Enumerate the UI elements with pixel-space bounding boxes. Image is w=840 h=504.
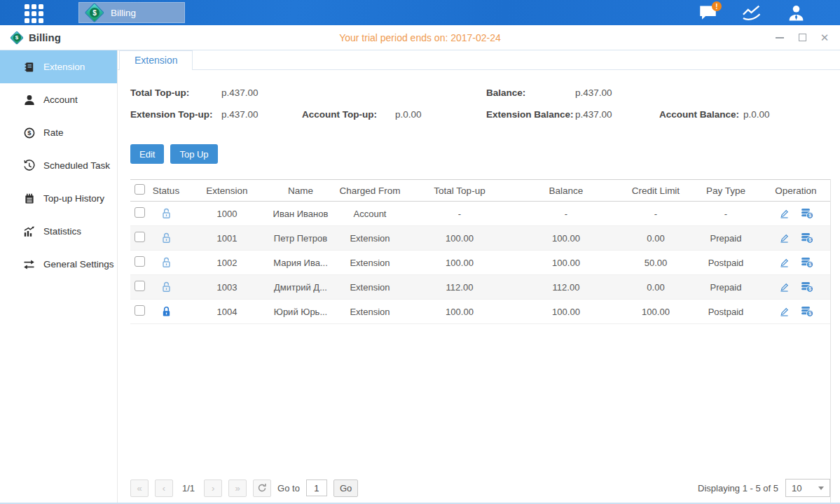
unlocked-icon	[147, 256, 185, 269]
cell-charged-from: Extension	[332, 307, 408, 317]
unlocked-icon	[147, 232, 185, 244]
taskbar-billing[interactable]: $ Billing	[78, 2, 185, 23]
sidebar-item-label: Extension	[43, 62, 85, 72]
minimize-button[interactable]	[774, 32, 785, 43]
billing-window-icon: $	[10, 31, 24, 45]
cell-total-topup: -	[408, 209, 511, 219]
refresh-button[interactable]	[253, 479, 271, 497]
topup-button[interactable]: Top Up	[170, 144, 217, 164]
next-page-button[interactable]: ›	[204, 479, 222, 497]
balance-label: Balance:	[486, 88, 575, 98]
cell-credit-limit: -	[621, 209, 691, 219]
cell-credit-limit: 0.00	[621, 282, 691, 293]
monitor-button[interactable]	[741, 3, 762, 22]
operation-cell: $	[761, 232, 831, 244]
operation-cell: $	[761, 306, 831, 317]
goto-page-input[interactable]	[306, 479, 327, 496]
cell-balance: 100.00	[511, 307, 621, 317]
close-button[interactable]: ✕	[819, 32, 830, 43]
cell-pay-type: Postpaid	[691, 258, 761, 268]
edit-button[interactable]: Edit	[130, 144, 164, 164]
sidebar-item-label: General Settings	[43, 259, 114, 270]
titlebar: $ Billing Your trial period ends on: 201…	[0, 25, 840, 50]
tab-extension-label: Extension	[135, 55, 177, 66]
sidebar-item-account[interactable]: Account	[0, 83, 117, 116]
notification-badge: !	[712, 1, 722, 11]
cell-balance: -	[511, 209, 621, 219]
topup-row-icon[interactable]: $	[801, 208, 813, 219]
cell-extension: 1003	[185, 282, 269, 293]
messages-button[interactable]: !	[697, 3, 718, 22]
edit-row-icon[interactable]	[779, 258, 790, 268]
extension-balance-value: p.437.00	[575, 109, 659, 120]
table-body: 1000Иван ИвановAccount----$1001Петр Петр…	[130, 202, 830, 324]
page-size-select[interactable]: 10	[785, 479, 830, 497]
sidebar-item-topup-history[interactable]: Top-up History	[0, 182, 117, 215]
cell-total-topup: 100.00	[408, 307, 511, 317]
edit-row-icon[interactable]	[779, 209, 790, 219]
maximize-button[interactable]	[797, 32, 808, 43]
app-grid-icon[interactable]	[25, 4, 48, 21]
prev-page-button[interactable]: ‹	[155, 479, 173, 497]
table-header: StatusExtensionNameCharged FromTotal Top…	[130, 179, 830, 202]
edit-row-icon[interactable]	[779, 307, 790, 317]
action-buttons: Edit Top Up	[130, 144, 831, 164]
billing-app-icon: $	[85, 3, 104, 22]
cell-name: Мария Ива...	[269, 258, 332, 268]
select-all-checkbox[interactable]	[135, 184, 145, 195]
cell-charged-from: Extension	[332, 282, 408, 293]
row-checkbox[interactable]	[135, 256, 145, 267]
account-icon	[23, 94, 35, 106]
edit-row-icon[interactable]	[779, 233, 790, 244]
first-page-button[interactable]: «	[130, 479, 149, 497]
topup-history-icon	[23, 192, 35, 204]
go-button[interactable]: Go	[333, 479, 358, 497]
cell-balance: 100.00	[511, 258, 621, 268]
tab-extension[interactable]: Extension	[119, 50, 193, 70]
row-checkbox[interactable]	[135, 305, 145, 316]
topup-row-icon[interactable]: $	[801, 281, 813, 293]
topup-row-icon[interactable]: $	[801, 306, 813, 317]
cell-total-topup: 100.00	[408, 258, 511, 268]
main-content: Total Top-up: p.437.00 Extension Top-up:…	[118, 70, 840, 503]
topup-row-icon[interactable]: $	[801, 232, 813, 244]
column-header: Extension	[185, 186, 269, 196]
goto-label: Go to	[277, 483, 300, 493]
row-checkbox[interactable]	[135, 281, 145, 291]
sidebar-item-extension[interactable]: Extension	[0, 50, 117, 83]
row-checkbox[interactable]	[135, 207, 145, 218]
user-button[interactable]	[785, 3, 806, 22]
last-page-button[interactable]: »	[228, 479, 247, 497]
sidebar-item-label: Scheduled Task	[43, 160, 110, 171]
chevron-down-icon	[818, 486, 824, 490]
cell-credit-limit: 0.00	[621, 233, 691, 244]
column-header: Charged From	[332, 186, 408, 196]
sidebar-item-general-settings[interactable]: General Settings	[0, 248, 117, 281]
row-checkbox[interactable]	[135, 232, 145, 242]
cell-pay-type: Prepaid	[691, 233, 761, 244]
displaying-text: Displaying 1 - 5 of 5	[698, 483, 778, 493]
topup-row-icon[interactable]: $	[801, 257, 813, 268]
person-icon	[787, 5, 805, 21]
general-settings-icon	[23, 258, 35, 270]
summary-right: Balance: p.437.00 Extension Balance: p.4…	[486, 82, 831, 125]
extension-icon	[23, 61, 35, 73]
page-indicator: 1/1	[179, 483, 198, 493]
sidebar-item-rate[interactable]: $ Rate	[0, 116, 117, 149]
sidebar-item-label: Statistics	[43, 226, 81, 237]
main-panel: Extension Total Top-up: p.437.00 Extensi…	[118, 50, 840, 503]
edit-row-icon[interactable]	[779, 282, 790, 293]
trial-notice: Your trial period ends on: 2017-02-24	[0, 32, 840, 43]
cell-balance: 112.00	[511, 282, 621, 293]
summary: Total Top-up: p.437.00 Extension Top-up:…	[130, 82, 831, 125]
tab-strip: Extension	[118, 50, 840, 70]
locked-icon	[147, 305, 185, 318]
sidebar-item-scheduled-task[interactable]: Scheduled Task	[0, 149, 117, 182]
unlocked-icon	[147, 281, 185, 293]
window-title: Billing	[29, 31, 61, 43]
cell-name: Дмитрий Д...	[269, 282, 332, 293]
cell-pay-type: Postpaid	[691, 307, 761, 317]
operation-cell: $	[761, 208, 831, 219]
sidebar-item-statistics[interactable]: Statistics	[0, 215, 117, 248]
cell-charged-from: Account	[332, 209, 408, 219]
